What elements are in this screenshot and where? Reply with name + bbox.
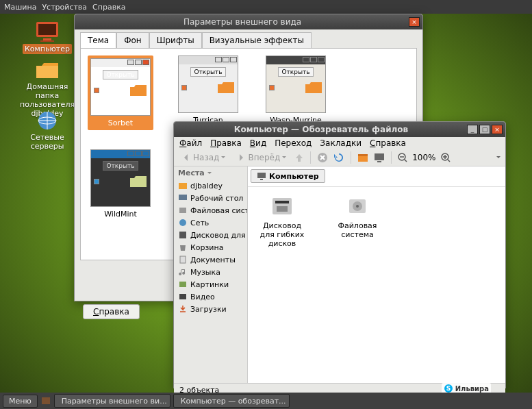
sidebar-item-music[interactable]: Музыка [174, 266, 247, 278]
theme-label: WildMint [88, 210, 153, 219]
theme-label: Sorbet [90, 119, 151, 127]
taskbar-item-filebrowser[interactable]: Компьютер — обозреват... [173, 394, 290, 408]
item-label: Файловая система [330, 221, 385, 239]
minimize-icon[interactable]: _ [467, 125, 478, 134]
file-browser-menubar: Файл Правка Вид Переход Закладки Справка [174, 137, 505, 149]
menu-go[interactable]: Переход [275, 138, 312, 148]
theme-card-turrican[interactable]: Открыть Turrican [175, 55, 241, 130]
menu-edit[interactable]: Правка [210, 138, 242, 148]
computer-icon [257, 171, 266, 181]
chevron-down-icon [281, 155, 287, 160]
sidebar-item-pictures[interactable]: Картинки [174, 278, 247, 290]
theme-card-sorbet[interactable]: Открыть Sorbet [88, 55, 153, 130]
svg-rect-9 [358, 154, 368, 156]
path-button-computer[interactable]: Компьютер [251, 169, 325, 183]
svg-rect-15 [179, 195, 187, 200]
back-button[interactable]: Назад [178, 151, 229, 164]
svg-rect-19 [180, 256, 186, 263]
places-header[interactable]: Места [174, 166, 247, 179]
zoom-out-icon[interactable] [397, 152, 408, 163]
reload-icon[interactable] [333, 151, 345, 164]
menu-view[interactable]: Вид [250, 138, 266, 148]
icon-view: Компьютер Дисковод для гибких дисков Фай… [248, 166, 505, 383]
sidebar-item-floppy[interactable]: Дисковод для ... [174, 229, 247, 241]
tab-fonts[interactable]: Шрифты [149, 32, 202, 48]
theme-card-wildmint[interactable]: Открыть WildMint [88, 149, 153, 219]
menu-file[interactable]: Файл [179, 138, 202, 148]
chevron-down-icon [207, 171, 212, 176]
vm-menu-devices[interactable]: Устройства [42, 3, 87, 12]
svg-rect-16 [179, 208, 186, 213]
window-title: Параметры внешнего вида [77, 17, 407, 27]
file-browser-titlebar[interactable]: Компьютер — Обозреватель файлов _ □ × [174, 122, 505, 137]
file-browser-toolbar: Назад Вперёд 100% [174, 149, 505, 166]
svg-rect-25 [275, 201, 289, 203]
tab-effects[interactable]: Визуальные эффекты [202, 32, 312, 48]
home-icon[interactable] [357, 151, 369, 164]
close-icon[interactable]: × [492, 125, 503, 134]
svg-rect-18 [179, 232, 186, 238]
appearance-titlebar[interactable]: Параметры внешнего вида × [75, 14, 422, 29]
stop-icon[interactable] [316, 151, 329, 164]
item-label: Дисковод для гибких дисков [255, 221, 309, 248]
svg-rect-32 [42, 397, 50, 404]
places-sidebar: Места djbaldey Рабочий стол Файловая сис… [174, 166, 248, 383]
forward-button[interactable]: Вперёд [233, 151, 290, 164]
desktop-icon-network[interactable]: Сетевые серверы [16, 110, 78, 151]
close-icon[interactable]: × [409, 17, 420, 27]
path-bar: Компьютер [248, 166, 505, 187]
sidebar-item-desktop[interactable]: Рабочий стол [174, 192, 247, 204]
sidebar-item-documents[interactable]: Документы [174, 253, 247, 266]
maximize-icon[interactable]: □ [479, 125, 490, 134]
svg-rect-23 [260, 179, 263, 180]
zoom-level: 100% [412, 153, 435, 162]
icons-area[interactable]: Дисковод для гибких дисков Файловая сист… [248, 187, 505, 383]
sidebar-item-video[interactable]: Видео [174, 290, 247, 303]
theme-card-wasp[interactable]: Открыть Wasp-Murrine [263, 55, 329, 130]
help-button[interactable]: Справка [83, 304, 140, 319]
up-icon[interactable] [294, 152, 305, 163]
chevron-down-icon[interactable] [496, 155, 501, 160]
svg-rect-2 [43, 38, 51, 40]
item-filesystem[interactable]: Файловая система [330, 194, 385, 239]
vm-menubar: Машина Устройства Справка [0, 0, 532, 14]
svg-rect-20 [179, 282, 186, 287]
svg-point-17 [179, 219, 186, 226]
monitor-icon [34, 21, 61, 42]
floppy-drive-icon [270, 194, 294, 219]
hard-drive-icon [345, 194, 370, 219]
vm-menu-help[interactable]: Справка [92, 3, 125, 12]
tab-theme[interactable]: Тема [80, 32, 116, 48]
svg-rect-1 [38, 24, 56, 35]
appearance-tabs: Тема Фон Шрифты Визуальные эффекты [75, 29, 422, 48]
svg-rect-14 [179, 183, 187, 189]
sidebar-item-trash[interactable]: Корзина [174, 241, 247, 253]
file-browser-window: Компьютер — Обозреватель файлов _ □ × Фа… [173, 121, 506, 388]
sidebar-item-network[interactable]: Сеть [174, 216, 247, 229]
globe-icon [34, 110, 61, 132]
desktop-icon-computer[interactable]: Компьютер [16, 21, 78, 54]
show-desktop-icon[interactable] [40, 395, 51, 406]
item-floppy[interactable]: Дисковод для гибких дисков [255, 194, 309, 248]
arrow-left-icon [181, 152, 192, 163]
menu-bookmarks[interactable]: Закладки [320, 138, 362, 148]
computer-icon[interactable] [373, 151, 385, 164]
zoom-in-icon[interactable] [440, 152, 451, 163]
desktop-icon-label: Компьютер [23, 44, 72, 54]
start-menu[interactable]: Меню [3, 395, 38, 408]
tab-background[interactable]: Фон [116, 32, 149, 48]
window-title: Компьютер — Обозреватель файлов [177, 125, 466, 134]
svg-rect-10 [375, 153, 384, 160]
folder-home-icon [34, 59, 61, 81]
desktop-icon-label: Сетевые серверы [30, 133, 64, 151]
skype-icon: S [444, 384, 453, 393]
svg-rect-22 [257, 173, 266, 178]
sidebar-item-home[interactable]: djbaldey [174, 179, 247, 192]
sidebar-item-filesystem[interactable]: Файловая сист... [174, 204, 247, 216]
vm-menu-machine[interactable]: Машина [4, 3, 36, 12]
menu-help[interactable]: Справка [370, 138, 406, 148]
svg-rect-26 [277, 206, 288, 212]
taskbar-item-appearance[interactable]: Параметры внешнего ви... [54, 394, 170, 408]
sidebar-item-downloads[interactable]: Загрузки [174, 303, 247, 315]
svg-point-29 [356, 205, 359, 208]
